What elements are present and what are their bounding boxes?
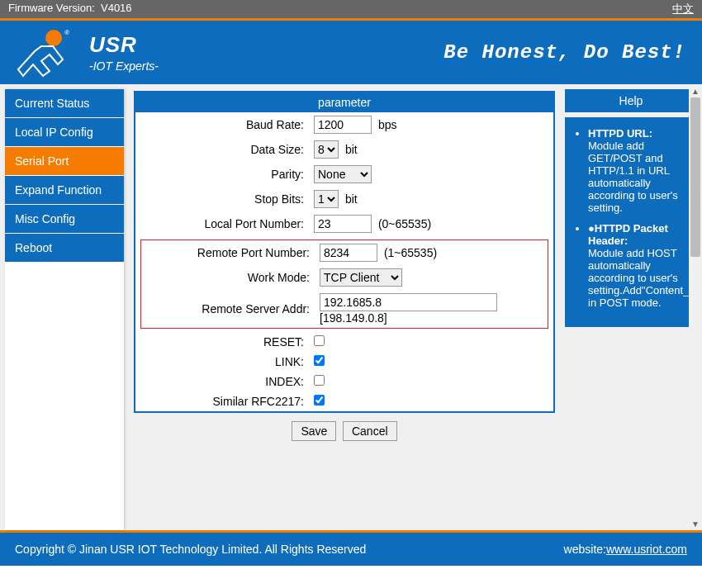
help-title: Help [565,89,697,112]
help-body: HTTPD URL:Module add GET/POST and HTTP/1… [565,117,697,327]
website-link[interactable]: www.usriot.com [606,543,687,556]
nav-current-status[interactable]: Current Status [5,89,124,118]
footer: Copyright © Jinan USR IOT Technology Lim… [0,530,702,566]
baud-rate-input[interactable] [314,116,372,134]
nav-expand-function[interactable]: Expand Function [5,176,124,205]
cancel-button[interactable]: Cancel [343,421,397,441]
local-port-input[interactable] [314,215,372,233]
stop-bits-select[interactable]: 1 [314,190,339,208]
local-port-label: Local Port Number: [135,211,309,236]
stop-bits-unit: bit [345,192,358,206]
svg-text:®: ® [64,29,69,36]
panel-title: parameter [135,92,553,112]
baud-unit: bps [378,118,397,131]
baud-rate-label: Baud Rate: [135,112,309,137]
scroll-down-icon[interactable]: ▼ [689,517,702,530]
parameter-panel: parameter Baud Rate: bps Data Size: 8 bi… [134,91,555,413]
nav-reboot[interactable]: Reboot [5,234,124,263]
copyright: Copyright © Jinan USR IOT Technology Lim… [15,543,366,556]
scroll-thumb[interactable] [690,97,700,257]
language-link[interactable]: 中文 [672,2,694,17]
scroll-up-icon[interactable]: ▲ [689,84,702,97]
top-bar: Firmware Version: V4016 中文 [0,0,702,18]
scrollbar[interactable]: ▲ ▼ [689,84,702,530]
data-size-unit: bit [345,143,358,156]
usr-logo-icon: ® [17,28,74,78]
tagline: -IOT Experts- [89,59,159,73]
header: ® USR -IOT Experts- Be Honest, Do Best! [0,18,702,84]
nav-misc-config[interactable]: Misc Config [5,205,124,234]
remote-port-hint: (1~65535) [384,246,437,259]
nav-local-ip-config[interactable]: Local IP Config [5,118,124,147]
work-mode-label: Work Mode: [141,265,315,290]
link-label: LINK: [135,352,309,372]
index-checkbox[interactable] [314,375,325,386]
nav-serial-port[interactable]: Serial Port [5,147,124,176]
remote-addr-example: [198.149.0.8] [320,311,387,325]
svg-point-0 [45,30,62,46]
reset-checkbox[interactable] [314,335,325,346]
save-button[interactable]: Save [292,421,336,441]
link-checkbox[interactable] [314,355,325,366]
data-size-label: Data Size: [135,137,309,162]
remote-port-input[interactable] [320,244,377,262]
slogan: Be Honest, Do Best! [443,41,685,64]
brand-name: USR [89,32,159,58]
local-port-hint: (0~65535) [378,217,431,230]
parity-select[interactable]: None [314,165,372,183]
website-label: website: [564,543,606,556]
rfc2217-checkbox[interactable] [314,395,325,405]
index-label: INDEX: [135,372,309,391]
work-mode-select[interactable]: TCP Client [320,268,402,287]
sidebar: Current Status Local IP Config Serial Po… [5,89,124,530]
remote-addr-input[interactable] [320,293,497,311]
parity-label: Parity: [135,162,309,187]
data-size-select[interactable]: 8 [314,140,339,159]
stop-bits-label: Stop Bits: [135,187,309,211]
remote-port-label: Remote Port Number: [141,240,315,265]
reset-label: RESET: [135,332,309,352]
remote-addr-label: Remote Server Addr: [141,290,315,328]
firmware-label: Firmware Version: V4016 [8,2,132,17]
rfc2217-label: Similar RFC2217: [135,391,309,411]
